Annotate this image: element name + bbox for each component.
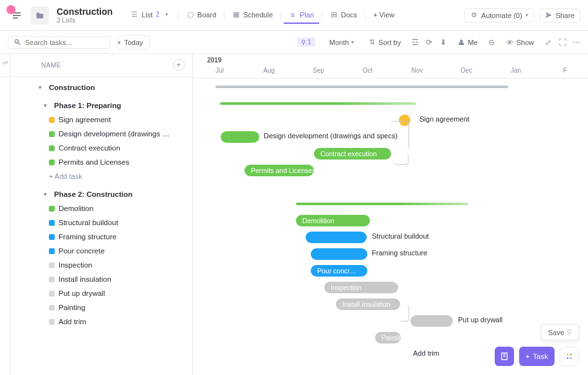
show-button[interactable]: 👁︎Show [502, 36, 538, 49]
search-wrap[interactable]: 🔍︎ ▾ [8, 36, 111, 49]
add-task-row[interactable]: + Add task [8, 169, 185, 183]
me-button[interactable]: 👤︎Me [454, 36, 481, 49]
tree-task[interactable]: Painting [8, 300, 185, 315]
save-tooltip[interactable]: Save⚲ [541, 324, 579, 340]
left-gutter: ⇄ [0, 54, 10, 375]
status-square [49, 160, 55, 165]
share-button[interactable]: ⮞Share [539, 8, 580, 23]
gantt-bar[interactable] [410, 315, 453, 327]
tree-task[interactable]: Sign agreement [8, 113, 185, 127]
sort-button[interactable]: ⇅Sort by [364, 36, 405, 49]
apps-fab[interactable] [560, 347, 579, 366]
view-board[interactable]: ▢Board [181, 7, 221, 24]
zoom-select[interactable]: Month▾ [326, 36, 358, 49]
svg-point-4 [570, 357, 572, 359]
gantt-bar[interactable]: Contract execution [314, 148, 391, 160]
search-input[interactable] [25, 39, 114, 46]
tree-task[interactable]: Structural buildout [8, 215, 185, 230]
status-square [49, 248, 55, 254]
share-icon: ⮞ [545, 12, 553, 19]
calendar-icon: ▦ [232, 11, 240, 19]
month-header: Oct [341, 67, 390, 78]
gantt-bar[interactable] [306, 232, 367, 243]
toolbar: 🔍︎ ▾ Today ⚲1 Month▾ ⇅Sort by ☲ ⟳ ⬇ 👤︎Me… [0, 31, 588, 54]
folder-icon[interactable] [31, 6, 49, 24]
filter-button[interactable]: ⚲1 [293, 35, 319, 50]
status-square [49, 206, 55, 212]
tree-task[interactable]: Inspection [8, 258, 185, 272]
tree-task[interactable]: Demolition [8, 201, 185, 215]
collapse-menu-button[interactable] [8, 6, 26, 24]
gantt-bar-label: Design development (drawings and specs) [264, 132, 398, 140]
svg-point-2 [570, 354, 572, 356]
status-square [49, 234, 55, 240]
gantt-icon: ≡ [289, 11, 297, 19]
gantt-bar[interactable] [221, 131, 259, 143]
view-list[interactable]: ☰List2▾ [125, 7, 176, 24]
sort-icon: ⇅ [368, 39, 376, 46]
status-square [49, 220, 55, 226]
gantt-bar[interactable]: Painting [375, 332, 401, 343]
assignee-icon[interactable]: ⊖ [488, 39, 495, 46]
tree-task[interactable]: Framing structure [8, 230, 185, 244]
gantt-chart[interactable]: 2019 JulAugSepOctNovDecJanF Sign agreeme… [193, 54, 588, 375]
recur-icon[interactable]: ⟳ [425, 39, 433, 46]
automate-button[interactable]: ⚙Automate (0)▾ [464, 8, 534, 23]
status-square [49, 262, 55, 268]
more-icon[interactable]: ⋯ [573, 39, 580, 46]
add-task-fab[interactable]: +Task [519, 347, 555, 366]
left-handle-icon[interactable]: ⇄ [3, 59, 8, 375]
status-square [49, 117, 55, 123]
tree-task[interactable]: Contract execution [8, 141, 185, 155]
list-icon: ☰ [131, 11, 138, 19]
tree-task[interactable]: Put up drywall [8, 286, 185, 300]
tree-task[interactable]: Install insulation [8, 272, 185, 286]
month-header: Jul [193, 67, 243, 78]
gantt-bar[interactable]: Install insulation [336, 298, 400, 310]
add-column-button[interactable]: + [173, 59, 185, 71]
add-view[interactable]: + View [368, 7, 400, 24]
note-fab[interactable] [495, 347, 514, 366]
tree-phase[interactable]: ▾Phase 1: Preparing [8, 98, 185, 113]
gantt-bar-label: Framing structure [372, 249, 427, 257]
filter-icon: ⚲ [301, 39, 306, 46]
user-icon: 👤︎ [457, 39, 465, 46]
month-header: Jan [490, 67, 539, 78]
tree-task[interactable]: Design development (drawings … [8, 127, 185, 141]
gantt-bar[interactable]: Permits and Licenses [244, 165, 314, 176]
gantt-bar[interactable]: Inspection [324, 282, 398, 293]
tree-task[interactable]: Permits and Licenses [8, 155, 185, 169]
year-label: 2019 [207, 57, 221, 64]
month-header: Dec [440, 67, 490, 78]
doc-icon: ▤ [330, 11, 338, 19]
board-icon: ▢ [187, 11, 194, 19]
expand-icon[interactable]: ⤢ [544, 39, 552, 46]
group-icon[interactable]: ☲ [411, 39, 419, 46]
tree-phase[interactable]: ▾Phase 2: Construction [8, 187, 185, 201]
month-header: F [538, 67, 588, 78]
gantt-bar[interactable] [311, 248, 367, 260]
view-plan[interactable]: ≡Plan [284, 7, 319, 24]
page-subtitle: 3 Lists [57, 17, 113, 24]
month-header: Sep [292, 67, 342, 78]
robot-icon: ⚙ [470, 12, 478, 19]
gantt-bar[interactable]: Demolition [296, 215, 370, 226]
gantt-bar-label: Add trim [413, 349, 439, 357]
gantt-bar-label: Put up drywall [458, 316, 502, 324]
fullscreen-icon[interactable]: ⛶ [558, 39, 566, 46]
topbar: Construction 3 Lists ☰List2▾ ▢Board ▦Sch… [0, 0, 588, 31]
month-header: Aug [243, 67, 292, 78]
gantt-bar[interactable]: Pour concr… [311, 265, 367, 277]
view-docs[interactable]: ▤Docs [325, 7, 362, 24]
status-square [49, 145, 55, 151]
eye-icon: 👁︎ [506, 39, 513, 46]
tree-root[interactable]: ▾Construction [8, 80, 185, 95]
page-title: Construction [57, 6, 113, 17]
tree-task[interactable]: Pour concrete [8, 244, 185, 258]
view-schedule[interactable]: ▦Schedule [227, 7, 278, 24]
download-icon[interactable]: ⬇ [439, 39, 447, 46]
status-square [49, 131, 55, 137]
tree-task[interactable]: Add trim [8, 315, 185, 329]
today-button[interactable]: Today [117, 35, 150, 50]
name-column-header: NAME [41, 62, 61, 69]
